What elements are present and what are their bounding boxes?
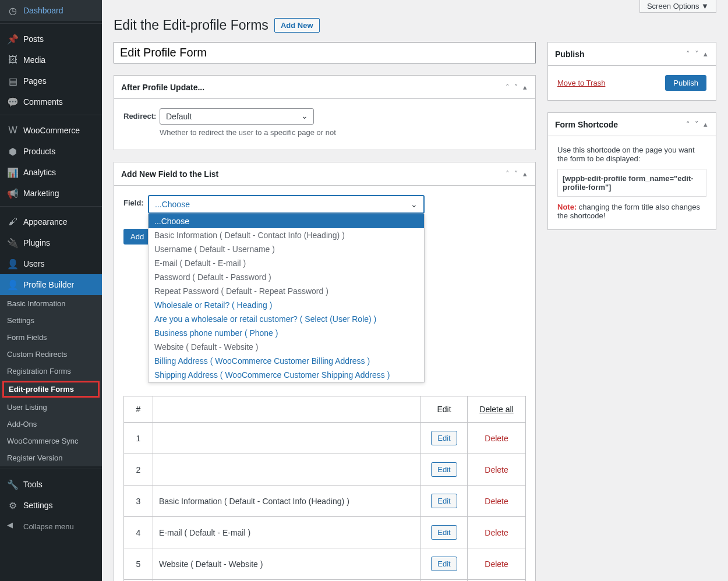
- submenu-registration-forms[interactable]: Registration Forms: [0, 363, 102, 380]
- sidebar-item-marketing[interactable]: 📢Marketing: [0, 183, 102, 204]
- appearance-icon: 🖌: [7, 216, 19, 228]
- chevron-down-icon[interactable]: ˅: [513, 82, 520, 93]
- metabox-title: After Profile Update...: [121, 83, 204, 92]
- sidebar-item-comments[interactable]: 💬Comments: [0, 91, 102, 112]
- dropdown-option[interactable]: Repeat Password ( Default - Repeat Passw…: [149, 284, 424, 298]
- chevron-down-icon[interactable]: ˅: [694, 48, 700, 59]
- delete-link[interactable]: Delete: [485, 559, 508, 569]
- metabox-title: Publish: [555, 49, 585, 59]
- chevron-up-icon[interactable]: ˄: [504, 82, 511, 93]
- edit-button[interactable]: Edit: [431, 494, 457, 508]
- add-field-button[interactable]: Add: [123, 229, 151, 245]
- admin-sidebar: ◷Dashboard 📌Posts 🖾Media ▤Pages 💬Comment…: [0, 0, 102, 581]
- chevron-up-icon[interactable]: ˄: [685, 119, 691, 130]
- edit-button[interactable]: Edit: [431, 525, 457, 540]
- row-number: 4: [124, 517, 153, 548]
- dropdown-option[interactable]: Website ( Default - Website ): [149, 340, 424, 354]
- sidebar-label: Appearance: [23, 217, 68, 226]
- field-select[interactable]: ...Choose: [148, 195, 425, 214]
- comments-icon: 💬: [7, 96, 19, 108]
- sidebar-item-analytics[interactable]: 📊Analytics: [0, 162, 102, 183]
- submenu-register-version[interactable]: Register Version: [0, 449, 102, 466]
- submenu-edit-profile-forms[interactable]: Edit-profile Forms: [2, 381, 100, 398]
- screen-options-toggle[interactable]: Screen Options ▼: [639, 0, 716, 13]
- submenu-settings[interactable]: Settings: [0, 312, 102, 329]
- delete-link[interactable]: Delete: [485, 528, 508, 537]
- sidebar-label: Products: [23, 147, 55, 156]
- dropdown-option[interactable]: Business phone number ( Phone ): [149, 326, 424, 340]
- edit-button[interactable]: Edit: [431, 431, 457, 445]
- sidebar-item-settings[interactable]: ⚙Settings: [0, 495, 102, 516]
- dropdown-option[interactable]: Billing Address ( WooCommerce Customer B…: [149, 354, 424, 368]
- collapse-icon[interactable]: ▴: [702, 48, 709, 59]
- sidebar-label: Analytics: [23, 168, 56, 177]
- redirect-help: Whether to redirect the user to a specif…: [160, 128, 526, 137]
- sidebar-item-media[interactable]: 🖾Media: [0, 49, 102, 70]
- page-title: Edit the Edit-profile Forms: [114, 17, 268, 33]
- table-row: 5Website ( Default - Website )EditDelete: [124, 548, 526, 580]
- sidebar-label: WooCommerce: [23, 126, 80, 135]
- sidebar-item-dashboard[interactable]: ◷Dashboard: [0, 0, 102, 21]
- sidebar-label: Comments: [23, 97, 63, 107]
- submenu-custom-redirects[interactable]: Custom Redirects: [0, 346, 102, 363]
- media-icon: 🖾: [7, 54, 19, 66]
- plugins-icon: 🔌: [7, 237, 19, 249]
- sidebar-item-tools[interactable]: 🔧Tools: [0, 474, 102, 495]
- edit-button[interactable]: Edit: [431, 557, 457, 571]
- sidebar-label: Settings: [23, 501, 53, 510]
- submenu-woocommerce-sync[interactable]: WooCommerce Sync: [0, 433, 102, 449]
- sidebar-label: Users: [23, 259, 45, 268]
- submenu-form-fields[interactable]: Form Fields: [0, 329, 102, 346]
- dropdown-option[interactable]: Basic Information ( Default - Contact In…: [149, 228, 424, 242]
- dropdown-option[interactable]: Wholesale or Retail? ( Heading ): [149, 298, 424, 312]
- chevron-up-icon[interactable]: ˄: [504, 168, 511, 179]
- dropdown-option[interactable]: ...Choose: [149, 214, 424, 228]
- dropdown-option[interactable]: Are you a wholesale or retail customer? …: [149, 312, 424, 326]
- pages-icon: ▤: [7, 75, 19, 87]
- dropdown-option[interactable]: Shipping Address ( WooCommerce Customer …: [149, 368, 424, 382]
- submenu-basic-information[interactable]: Basic Information: [0, 295, 102, 312]
- tools-icon: 🔧: [7, 479, 19, 490]
- form-title-input[interactable]: [114, 42, 536, 63]
- delete-all-link[interactable]: Delete all: [479, 405, 513, 414]
- metabox-title: Add New Field to the List: [121, 169, 218, 179]
- delete-link[interactable]: Delete: [485, 434, 508, 443]
- delete-link[interactable]: Delete: [485, 497, 508, 506]
- users-icon: 👤: [7, 258, 19, 270]
- collapse-menu[interactable]: ◀Collapse menu: [0, 516, 102, 537]
- shortcode-code[interactable]: [wppb-edit-profile form_name="edit-profi…: [557, 169, 706, 197]
- sidebar-label: Posts: [23, 34, 44, 44]
- chevron-down-icon[interactable]: ˅: [513, 168, 520, 179]
- collapse-icon[interactable]: ▴: [522, 168, 528, 179]
- collapse-icon[interactable]: ▴: [522, 82, 528, 93]
- dropdown-option[interactable]: Password ( Default - Password ): [149, 270, 424, 284]
- publish-button[interactable]: Publish: [665, 75, 706, 91]
- sidebar-item-woocommerce[interactable]: WWooCommerce: [0, 120, 102, 141]
- chevron-down-icon[interactable]: ˅: [694, 119, 700, 130]
- sidebar-item-posts[interactable]: 📌Posts: [0, 29, 102, 49]
- delete-link[interactable]: Delete: [485, 465, 508, 474]
- sidebar-label: Dashboard: [23, 6, 63, 15]
- row-field-name: Website ( Default - Website ): [153, 548, 421, 580]
- chevron-up-icon[interactable]: ˄: [685, 48, 691, 59]
- row-field-name: [153, 423, 421, 454]
- sidebar-item-plugins[interactable]: 🔌Plugins: [0, 232, 102, 253]
- analytics-icon: 📊: [7, 166, 19, 178]
- sidebar-item-appearance[interactable]: 🖌Appearance: [0, 211, 102, 232]
- dropdown-option[interactable]: Username ( Default - Username ): [149, 242, 424, 256]
- sidebar-item-pages[interactable]: ▤Pages: [0, 70, 102, 91]
- sidebar-item-users[interactable]: 👤Users: [0, 253, 102, 274]
- col-number: #: [124, 396, 153, 423]
- submenu-user-listing[interactable]: User Listing: [0, 399, 102, 416]
- edit-button[interactable]: Edit: [431, 462, 457, 477]
- sidebar-item-profile-builder[interactable]: 👤Profile Builder: [0, 274, 102, 295]
- collapse-icon[interactable]: ▴: [702, 119, 709, 130]
- add-new-button[interactable]: Add New: [274, 18, 320, 33]
- sidebar-item-products[interactable]: ⬢Products: [0, 141, 102, 162]
- dropdown-option[interactable]: E-mail ( Default - E-mail ): [149, 256, 424, 270]
- redirect-select[interactable]: Default: [160, 108, 314, 125]
- col-name: [153, 396, 421, 423]
- submenu-add-ons[interactable]: Add-Ons: [0, 416, 102, 433]
- sidebar-label: Plugins: [23, 238, 50, 247]
- move-to-trash-link[interactable]: Move to Trash: [557, 79, 605, 87]
